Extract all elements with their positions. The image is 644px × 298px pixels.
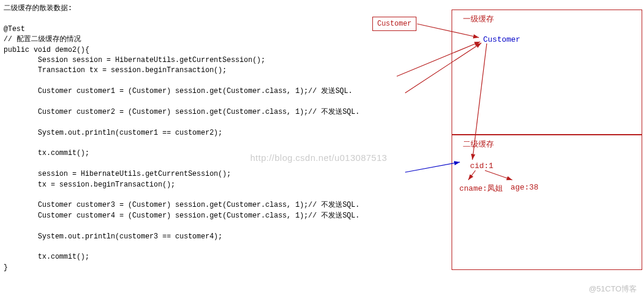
watermark-51cto: @51CTO博客: [589, 284, 637, 294]
level1-customer-label: Customer: [483, 35, 520, 44]
level2-cid: cid:1: [470, 162, 493, 170]
watermark-csdn: http://blog.csdn.net/u013087513: [250, 153, 387, 163]
level2-age: age:38: [511, 183, 539, 192]
code-block: 二级缓存的散装数据: @Test // 配置二级缓存的情况 public voi…: [4, 4, 360, 273]
level1-cache-title: 一级缓存: [463, 14, 494, 24]
title-line: 二级缓存的散装数据:: [4, 4, 72, 13]
level2-cache-title: 二级缓存: [463, 139, 494, 150]
level2-cname: cname:凤姐: [459, 183, 503, 194]
level1-cache-box: 一级缓存 Customer: [452, 10, 642, 135]
customer-box-label: Customer: [377, 20, 412, 28]
code-text: @Test // 配置二级缓存的情况 public void demo2(){ …: [4, 25, 360, 272]
level2-cache-box: 二级缓存 cid:1 cname:凤姐 age:38: [452, 135, 642, 270]
customer-box: Customer: [372, 17, 416, 31]
